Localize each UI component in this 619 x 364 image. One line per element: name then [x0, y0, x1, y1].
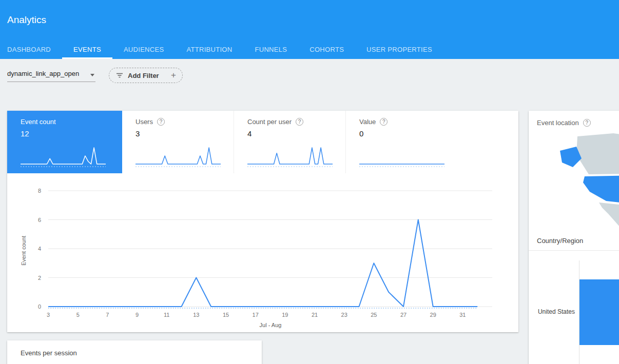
events-per-session-title: Events per session	[21, 349, 77, 357]
map-region-united-states[interactable]	[583, 175, 619, 204]
metric-value: 3	[136, 129, 234, 138]
svg-text:3: 3	[47, 312, 50, 318]
add-filter-button[interactable]: Add Filter +	[109, 68, 183, 83]
svg-text:5: 5	[76, 312, 80, 318]
tab-funnels[interactable]: FUNNELS	[243, 40, 298, 59]
tab-dashboard[interactable]: DASHBOARD	[0, 40, 62, 59]
metric-value: 12	[21, 129, 122, 138]
metric-label: Users	[136, 118, 153, 126]
tab-audiences[interactable]: AUDIENCES	[112, 40, 176, 59]
help-icon[interactable]: ?	[157, 118, 165, 126]
metric-tile-count-per-user[interactable]: Count per user ? 4	[234, 111, 346, 173]
divider	[529, 250, 619, 251]
svg-text:6: 6	[38, 217, 41, 223]
metric-value: 4	[247, 129, 345, 138]
main-chart-area: 0246835791113151719212325272931Jul - Aug	[17, 181, 510, 335]
metric-value: 0	[359, 129, 458, 138]
event-location-map[interactable]	[557, 131, 619, 236]
tab-user-properties[interactable]: USER PROPERTIES	[355, 40, 443, 59]
svg-text:23: 23	[341, 312, 347, 318]
sparkline-count-per-user	[247, 146, 333, 169]
main-chart-svg: 0246835791113151719212325272931Jul - Aug	[17, 181, 510, 333]
svg-text:7: 7	[106, 312, 109, 318]
metric-tile-value[interactable]: Value ? 0	[346, 111, 458, 173]
plus-icon: +	[171, 70, 176, 80]
chevron-down-icon	[90, 74, 94, 76]
events-overview-card: Event count 12 Users ? 3 Count per user …	[7, 111, 518, 332]
metric-label: Count per user	[247, 118, 292, 126]
event-selector-dropdown[interactable]: dynamic_link_app_open	[7, 70, 95, 82]
country-bar-united-states[interactable]	[579, 279, 619, 345]
header-tabs: DASHBOARDEVENTSAUDIENCESATTRIBUTIONFUNNE…	[0, 40, 443, 59]
svg-text:9: 9	[136, 312, 139, 318]
sparkline-value	[359, 146, 444, 169]
help-icon[interactable]: ?	[296, 118, 303, 126]
add-filter-label: Add Filter	[128, 72, 159, 79]
svg-text:0: 0	[38, 304, 41, 310]
svg-text:27: 27	[400, 312, 407, 318]
firebase-analytics-screen: Analytics DASHBOARDEVENTSAUDIENCESATTRIB…	[0, 0, 619, 364]
svg-text:13: 13	[193, 312, 199, 318]
event-selector-value: dynamic_link_app_open	[7, 70, 79, 77]
svg-text:2: 2	[38, 275, 41, 281]
svg-text:4: 4	[38, 246, 41, 252]
sparkline-event-count	[21, 146, 106, 169]
svg-text:19: 19	[282, 312, 288, 318]
metric-tile-event-count[interactable]: Event count 12	[7, 111, 122, 173]
svg-text:21: 21	[312, 312, 318, 318]
svg-text:17: 17	[253, 312, 259, 318]
app-header: Analytics DASHBOARDEVENTSAUDIENCESATTRIB…	[0, 0, 619, 59]
help-icon[interactable]: ?	[583, 119, 591, 127]
tab-cohorts[interactable]: COHORTS	[298, 40, 355, 59]
svg-text:29: 29	[430, 312, 436, 318]
sparkline-users	[136, 146, 221, 169]
map-region-canada[interactable]	[576, 133, 619, 174]
svg-text:Jul - Aug: Jul - Aug	[260, 322, 282, 328]
page-title: Analytics	[7, 14, 46, 26]
event-location-card: Event location ? Country/Region United S…	[529, 111, 619, 364]
svg-text:8: 8	[38, 188, 41, 194]
svg-text:31: 31	[459, 312, 466, 318]
country-label: United States	[529, 308, 575, 315]
events-per-session-card: Events per session	[7, 340, 262, 364]
tab-attribution[interactable]: ATTRIBUTION	[175, 40, 243, 59]
metric-label: Event count	[21, 118, 56, 126]
metric-label: Value	[359, 118, 376, 126]
metric-tabs-row: Event count 12 Users ? 3 Count per user …	[7, 111, 518, 173]
tab-events[interactable]: EVENTS	[62, 40, 112, 59]
svg-text:11: 11	[164, 312, 169, 318]
metric-tile-users[interactable]: Users ? 3	[122, 111, 234, 173]
event-location-title: Event location	[537, 119, 579, 127]
svg-text:15: 15	[223, 312, 229, 318]
svg-text:25: 25	[371, 312, 377, 318]
filter-icon	[115, 71, 124, 79]
country-region-header: Country/Region	[537, 237, 583, 245]
map-region-mexico[interactable]	[599, 203, 619, 227]
help-icon[interactable]: ?	[380, 118, 388, 126]
